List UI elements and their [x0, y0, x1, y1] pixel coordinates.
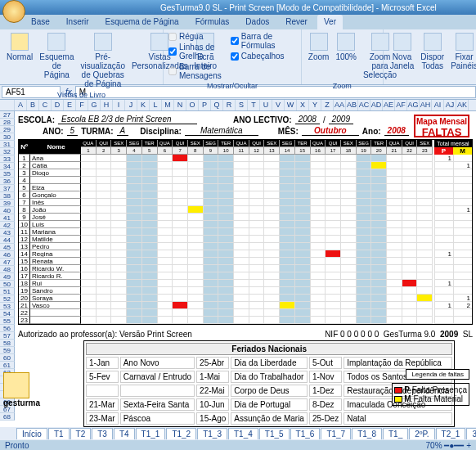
app-title: GesTurma9.0 SL - Print Screen [Modo de C…: [160, 3, 437, 12]
sheet-tabs[interactable]: InícioT1T2T3T4T1_1T1_2T1_3T1_4T1_5T1_6T1…: [0, 427, 476, 440]
sheet-tab[interactable]: T2_1: [436, 428, 466, 439]
worksheet[interactable]: 2728293031323334353637383940414243444546…: [0, 111, 476, 430]
sheet-tab[interactable]: 3ºP.: [466, 428, 476, 439]
chk-formula-bar[interactable]: Barra de Fórmulas: [229, 31, 298, 51]
tab-dados[interactable]: Dados: [239, 15, 276, 29]
sheet-tab[interactable]: T1_4: [228, 428, 258, 439]
new-window[interactable]: Nova Janela: [387, 31, 417, 72]
status-bar: Pronto 70% ━●━━ +: [0, 440, 476, 450]
sheet-tab[interactable]: T1_2: [166, 428, 196, 439]
sheet-tab[interactable]: T1_6: [290, 428, 321, 439]
tab-fórmulas[interactable]: Fórmulas: [189, 15, 236, 29]
ribbon-tabs: BaseInserirEsquema de PáginaFórmulasDado…: [0, 15, 476, 29]
chk-headings[interactable]: Cabeçalhos: [229, 51, 298, 61]
zoom-button[interactable]: Zoom: [305, 31, 333, 81]
sheet-tab[interactable]: T1_3: [197, 428, 227, 439]
sheet-tab[interactable]: T3: [92, 428, 113, 439]
office-button[interactable]: [2, 0, 25, 23]
tab-rever[interactable]: Rever: [279, 15, 314, 29]
chk-gridlines[interactable]: Linhas de Grelha: [167, 42, 229, 61]
view-page-break[interactable]: Pré-visualização de Quebras de Página: [77, 31, 128, 90]
sheet-tab[interactable]: Início: [16, 428, 47, 439]
legend-title: Legenda de faltas: [406, 369, 469, 380]
ribbon: Normal Esquema de Página Pré-visualizaçã…: [0, 29, 476, 85]
sheet-tab[interactable]: T1_5: [259, 428, 290, 439]
view-page-layout[interactable]: Esquema de Página: [36, 31, 77, 90]
faltas-title-box: Mapa Mensal FALTAS: [414, 115, 469, 137]
sheet-tab[interactable]: T2: [70, 428, 92, 439]
tab-base[interactable]: Base: [25, 15, 56, 29]
column-headers[interactable]: ABCDEFGHIJKLMNOPQRSTUVWXYZAAABACADAEAFAG…: [0, 100, 476, 111]
zoom-100[interactable]: 100%: [332, 31, 360, 81]
freeze-panes[interactable]: Fixar Painéis: [447, 31, 476, 72]
sheet-tab[interactable]: T4: [114, 428, 135, 439]
gesturma-logo: gesturma: [3, 372, 40, 407]
sheet-tab[interactable]: T1_: [383, 428, 408, 439]
footer-auth: Autorizado ao professor(a): Versão Print…: [18, 330, 192, 339]
sheet-tab[interactable]: T1_8: [352, 428, 382, 439]
label-escola: ESCOLA:: [18, 115, 55, 124]
sheet-tab[interactable]: 2ºP.: [409, 428, 434, 439]
tab-ver[interactable]: Ver: [317, 15, 343, 29]
tab-esquema de página[interactable]: Esquema de Página: [99, 15, 186, 29]
legend-box: P Falta Presença M Falta Material: [392, 383, 470, 406]
sheet-tab[interactable]: T1_7: [321, 428, 351, 439]
sheet-tab[interactable]: T1: [48, 428, 70, 439]
title-bar: GesTurma9.0 SL - Print Screen [Modo de C…: [0, 0, 476, 15]
val-escola: Escola EB 2/3 de Print Screen: [58, 115, 197, 124]
chk-msgbar[interactable]: Barra de Mensagens: [167, 61, 229, 81]
chk-ruler[interactable]: Régua: [167, 31, 229, 42]
sheet-tab[interactable]: T1_1: [136, 428, 166, 439]
tab-inserir[interactable]: Inserir: [60, 15, 96, 29]
arrange-all[interactable]: Dispor Todas: [417, 31, 447, 72]
attendance-grid[interactable]: Nº1234567891011121314151617181920212223N…: [18, 139, 473, 325]
view-normal[interactable]: Normal: [3, 31, 36, 90]
